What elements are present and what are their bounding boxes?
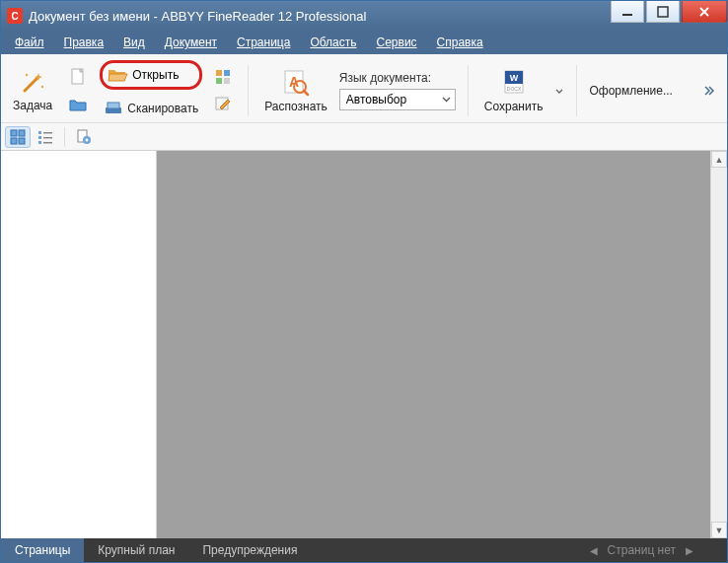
task-label: Задача (13, 99, 52, 112)
view-settings-button[interactable] (71, 126, 97, 148)
menu-area[interactable]: Область (302, 33, 364, 52)
save-dropdown-icon[interactable] (554, 80, 564, 102)
svg-rect-1 (658, 7, 668, 17)
titlebar: C Документ без имени - ABBYY FineReader … (1, 1, 727, 31)
bottom-tabbar: Страницы Крупный план Предупреждения ◀ С… (1, 538, 727, 562)
maximize-button[interactable] (646, 1, 680, 23)
svg-rect-19 (11, 130, 17, 136)
menu-help[interactable]: Справка (429, 33, 491, 52)
svg-rect-28 (43, 142, 52, 144)
toolbar-separator-3 (576, 65, 577, 116)
scan-label: Сканировать (127, 102, 198, 115)
view-details-button[interactable] (33, 126, 58, 148)
toolbar-ribbon: Задача Откр (1, 54, 727, 123)
layout-icon (214, 68, 232, 86)
svg-rect-10 (224, 78, 230, 84)
view-toolbar (1, 123, 727, 151)
svg-text:W: W (509, 73, 518, 83)
scanner-icon (104, 100, 123, 117)
recognize-label: Распознать (264, 100, 328, 113)
view-separator (64, 127, 65, 147)
pages-pane[interactable] (1, 151, 157, 538)
toolbar-overflow-button[interactable] (703, 81, 719, 101)
svg-point-31 (86, 138, 89, 141)
open-label: Открыть (132, 68, 179, 82)
word-doc-icon: W DOCX (499, 68, 529, 98)
app-icon: C (7, 8, 23, 24)
page-status: Страниц нет (608, 543, 676, 557)
open-small-button[interactable] (64, 92, 92, 117)
scan-button[interactable]: Сканировать (100, 96, 202, 121)
language-value: Автовыбор (346, 93, 406, 106)
svg-text:DOCX: DOCX (506, 86, 521, 92)
folder-open-icon (107, 66, 128, 84)
menu-tools[interactable]: Сервис (369, 33, 425, 52)
svg-rect-23 (38, 131, 41, 134)
svg-rect-20 (19, 130, 25, 136)
folder-small-icon (68, 95, 88, 114)
tab-warnings[interactable]: Предупреждения (188, 538, 311, 562)
layout-button[interactable] (210, 64, 236, 90)
menu-page[interactable]: Страница (229, 33, 298, 52)
svg-point-3 (41, 85, 43, 87)
tab-zoom[interactable]: Крупный план (84, 538, 188, 562)
svg-rect-9 (216, 78, 222, 84)
close-button[interactable] (682, 1, 727, 23)
svg-rect-22 (19, 138, 25, 144)
toolbar-separator-2 (468, 65, 469, 116)
next-page-button[interactable]: ▶ (686, 545, 693, 556)
prev-page-button[interactable]: ◀ (590, 545, 598, 556)
view-thumbnails-button[interactable] (5, 126, 31, 148)
svg-rect-21 (11, 138, 17, 144)
svg-rect-24 (43, 132, 52, 134)
svg-rect-6 (108, 103, 119, 108)
edit-icon (214, 96, 232, 113)
edit-area-button[interactable] (210, 92, 236, 117)
format-label: Оформление... (589, 84, 677, 98)
window-controls (611, 1, 727, 31)
svg-rect-27 (38, 141, 41, 144)
page-navigator: ◀ Страниц нет ▶ (590, 543, 727, 557)
language-dropdown[interactable]: Автовыбор (339, 89, 456, 110)
svg-rect-7 (216, 70, 222, 76)
scroll-down-button[interactable]: ▼ (711, 522, 727, 538)
save-button[interactable]: W DOCX Сохранить (480, 66, 547, 115)
page-gear-icon (76, 129, 92, 145)
menu-view[interactable]: Вид (115, 33, 153, 52)
thumbnails-icon (10, 129, 26, 145)
save-label: Сохранить (484, 100, 544, 113)
wand-icon (19, 69, 46, 97)
tab-pages[interactable]: Страницы (1, 538, 84, 562)
toolbar-separator (248, 65, 249, 116)
menubar: Файл Правка Вид Документ Страница Област… (1, 31, 727, 54)
svg-rect-25 (38, 136, 41, 139)
format-button[interactable]: Оформление... (589, 84, 677, 98)
content-area: ▲ ▼ (1, 151, 727, 538)
svg-rect-26 (43, 137, 52, 139)
task-button[interactable]: Задача (9, 67, 56, 114)
chevron-down-icon (442, 95, 451, 104)
recognize-button[interactable]: A Распознать (260, 66, 331, 115)
list-icon (37, 129, 53, 145)
scroll-up-button[interactable]: ▲ (711, 151, 727, 168)
open-button[interactable]: Открыть (100, 60, 202, 90)
menu-edit[interactable]: Правка (56, 33, 112, 52)
vertical-scrollbar[interactable]: ▲ ▼ (710, 151, 727, 538)
language-label: Язык документа: (339, 71, 456, 85)
menu-file[interactable]: Файл (7, 33, 52, 52)
window-title: Документ без имени - ABBYY FineReader 12… (29, 9, 611, 24)
svg-rect-0 (622, 14, 632, 16)
document-viewport[interactable] (157, 151, 710, 538)
recognize-icon: A (281, 68, 311, 98)
app-window: C Документ без имени - ABBYY FineReader … (0, 0, 728, 563)
page-icon (68, 67, 88, 87)
minimize-button[interactable] (611, 1, 644, 23)
svg-rect-8 (224, 70, 230, 76)
svg-point-2 (26, 73, 28, 75)
new-page-button[interactable] (64, 64, 92, 90)
menu-document[interactable]: Документ (157, 33, 225, 52)
